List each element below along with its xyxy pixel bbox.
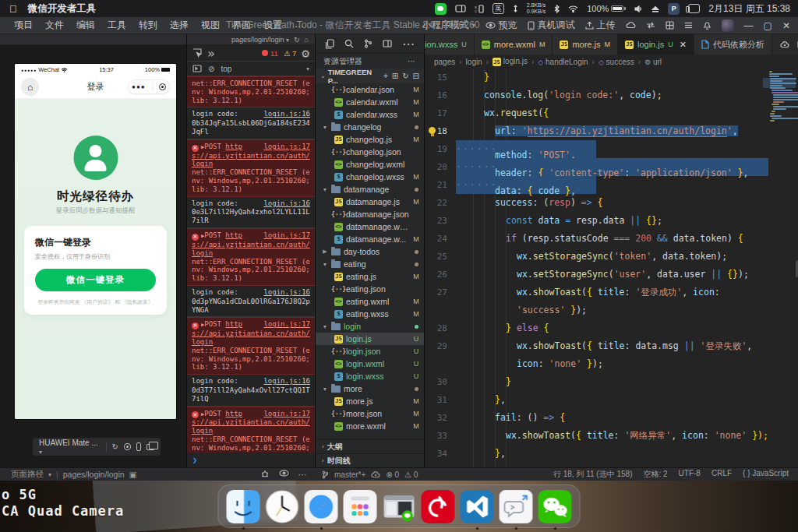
new-file-icon[interactable]: + bbox=[383, 72, 388, 80]
source-control-icon[interactable] bbox=[364, 39, 373, 48]
tree-file-login.wxml[interactable]: <>login.wxmlU bbox=[316, 358, 424, 370]
tab-more.wxml[interactable]: <>more.wxmlM bbox=[475, 34, 553, 55]
dock-icon-safari[interactable] bbox=[305, 490, 338, 523]
dock-icon-chatinput[interactable] bbox=[500, 490, 533, 523]
app-menu-转到[interactable]: 转到 bbox=[132, 19, 164, 32]
device-select[interactable]: HUAWEI Mate ... ▾ bbox=[39, 439, 101, 456]
settings-gear-icon[interactable]: ⚙ bbox=[302, 46, 309, 61]
layout-grid-icon[interactable] bbox=[666, 21, 674, 30]
tree-file-changelog.js[interactable]: JSchangelog.jsM bbox=[316, 133, 424, 146]
phone-mirror-icon[interactable]: SC bbox=[475, 5, 484, 13]
debug-icon[interactable] bbox=[260, 470, 270, 479]
tree-file-more.js[interactable]: JSmore.jsM bbox=[316, 395, 424, 407]
app-menu-工具[interactable]: 工具 bbox=[101, 19, 132, 32]
tree-file-datamanage.json[interactable]: {··}datamanage.json bbox=[316, 208, 424, 220]
problems-warnings[interactable]: ⚠ 0 bbox=[404, 470, 418, 479]
tab-login.js[interactable]: JSlogin.jsU✕ bbox=[618, 34, 694, 55]
eol-setting[interactable]: CRLF bbox=[711, 469, 732, 480]
clear-console-icon[interactable]: ⊘ bbox=[208, 65, 214, 73]
cursor-position[interactable]: 行 18, 列 11 (选中 158) bbox=[553, 469, 633, 480]
eject-icon[interactable] bbox=[651, 5, 659, 12]
window-status-icon[interactable] bbox=[455, 5, 466, 12]
more-dots-icon[interactable]: ●●● bbox=[132, 84, 146, 90]
wechat-login-button[interactable]: 微信一键登录 bbox=[35, 269, 156, 291]
tab-代码依赖分析[interactable]: 代码依赖分析 bbox=[694, 34, 772, 55]
toggle-dirty-icon[interactable] bbox=[780, 37, 789, 51]
quick-fix-lightbulb-icon[interactable] bbox=[429, 127, 436, 134]
tree-file-login.js[interactable]: JSlogin.jsU bbox=[316, 333, 424, 345]
app-menu-文件[interactable]: 文件 bbox=[39, 19, 70, 32]
maximize-button[interactable]: ▢ bbox=[764, 20, 772, 31]
compare-icon[interactable] bbox=[646, 22, 655, 29]
multi-window-icon[interactable] bbox=[147, 444, 154, 450]
sync-icon[interactable] bbox=[371, 470, 380, 478]
more-actions-icon[interactable]: ⋯ bbox=[402, 37, 415, 51]
tree-folder-login[interactable]: ▼login bbox=[316, 320, 424, 333]
menubar-clock[interactable]: 2月13日 周五 15:38 bbox=[708, 2, 790, 16]
upload-button[interactable]: 上传 bbox=[585, 19, 616, 32]
tree-folder-changelog[interactable]: ▼changelog bbox=[316, 121, 424, 133]
context-select[interactable]: top bbox=[221, 65, 231, 73]
project-root-row[interactable]: ⌄TIMEGREEN P... + ⊞ ↻ ⊟ bbox=[316, 69, 424, 83]
wechat-status-icon[interactable] bbox=[435, 3, 447, 15]
dock-icon-clock[interactable] bbox=[266, 490, 299, 523]
device-frame-icon[interactable] bbox=[136, 442, 142, 451]
user-avatar[interactable] bbox=[722, 19, 734, 32]
console-page-path[interactable]: pages/login/login ▾ bbox=[231, 36, 289, 44]
tree-file-calendar.wxml[interactable]: <>calendar.wxmlM bbox=[316, 96, 424, 108]
tree-folder-datamanage[interactable]: ▼datamanage bbox=[316, 183, 424, 196]
tree-file-changelog.json[interactable]: {··}changelog.json bbox=[316, 146, 424, 158]
tree-file-eating.json[interactable]: {··}eating.json bbox=[316, 283, 424, 295]
home-icon[interactable]: ⌂ bbox=[305, 36, 309, 44]
dock-icon-netease[interactable] bbox=[422, 490, 455, 523]
tree-folder-eating[interactable]: ▼eating bbox=[316, 258, 424, 270]
tab-tion.wxss[interactable]: Stion.wxssU bbox=[425, 34, 475, 55]
refresh-icon[interactable]: ↻ bbox=[112, 442, 118, 451]
apple-menu-icon[interactable]:  bbox=[9, 3, 17, 15]
volume-icon[interactable] bbox=[634, 5, 643, 12]
dock-icon-vscode[interactable] bbox=[461, 490, 494, 523]
app-menu-选择[interactable]: 选择 bbox=[164, 19, 195, 32]
updown-arrows-icon[interactable] bbox=[513, 5, 518, 12]
indent-setting[interactable]: 空格: 2 bbox=[643, 469, 667, 480]
breadcrumb-item-login[interactable]: login bbox=[466, 58, 482, 66]
network-speed[interactable]: 2.8KB/s0.9KB/s bbox=[527, 2, 546, 15]
breadcrumb-item-url[interactable]: ⚙ url bbox=[644, 58, 662, 66]
inspect-icon[interactable] bbox=[192, 48, 202, 58]
frame-selector-icon[interactable] bbox=[192, 65, 202, 72]
wifi-icon[interactable] bbox=[568, 5, 578, 12]
tree-file-datamanage.w...[interactable]: Sdatamanage.w...M bbox=[316, 233, 424, 245]
app-menu-项目[interactable]: 项目 bbox=[8, 19, 39, 32]
close-tab-icon[interactable]: ✕ bbox=[680, 40, 687, 50]
minimap-viewport[interactable] bbox=[763, 78, 796, 88]
tree-file-eating.wxml[interactable]: <>eating.wxmlM bbox=[316, 295, 424, 308]
page-path-status[interactable]: 页面路径▾ | pages/login/login ▣ bbox=[0, 469, 187, 480]
open-editors-icon[interactable] bbox=[383, 40, 392, 48]
minimize-target-icon[interactable] bbox=[159, 83, 166, 90]
console-prompt[interactable]: ❯ bbox=[187, 453, 315, 467]
menu-list-icon[interactable] bbox=[684, 22, 693, 29]
device-debug-button[interactable]: 真机调试 bbox=[528, 19, 575, 32]
battery-indicator[interactable]: 100% bbox=[587, 4, 626, 13]
git-status[interactable]: master*+ ⊗ 0 ⚠ 0 bbox=[316, 470, 425, 479]
copy-path-icon[interactable]: ▣ bbox=[129, 470, 137, 479]
tree-folder-more[interactable]: ▼more bbox=[316, 382, 424, 395]
source-link[interactable]: login.js:17 bbox=[263, 410, 310, 418]
source-link[interactable]: login.js:16 bbox=[263, 199, 310, 208]
console-more-icon[interactable]: ⋯ bbox=[298, 470, 307, 479]
dock-icon-wechat[interactable] bbox=[538, 490, 572, 523]
more-panels-icon[interactable]: » bbox=[207, 46, 215, 61]
search-icon[interactable] bbox=[344, 39, 354, 48]
refresh-explorer-icon[interactable]: ↻ bbox=[402, 72, 408, 80]
problems-errors[interactable]: ⊗ 0 bbox=[386, 470, 399, 479]
dock-icon-devtools[interactable] bbox=[383, 490, 416, 523]
breadcrumb-item-success[interactable]: ◇ success bbox=[598, 58, 634, 66]
app-menu-视图[interactable]: 视图 bbox=[195, 19, 226, 32]
tree-file-calendar.json[interactable]: {··}calendar.jsonM bbox=[316, 83, 424, 96]
outline-section[interactable]: ›大纲 bbox=[316, 439, 424, 453]
breadcrumb-item-handleLogin[interactable]: ◇ handleLogin bbox=[538, 58, 588, 66]
code-editor[interactable]: 15}16console.log('login code:', code);17… bbox=[425, 69, 798, 467]
tree-file-eating.wxss[interactable]: Seating.wxssM bbox=[316, 308, 424, 320]
tree-file-changelog.wxss[interactable]: Schangelog.wxssM bbox=[316, 171, 424, 183]
explorer-more-icon[interactable]: ⋯ bbox=[408, 57, 416, 65]
